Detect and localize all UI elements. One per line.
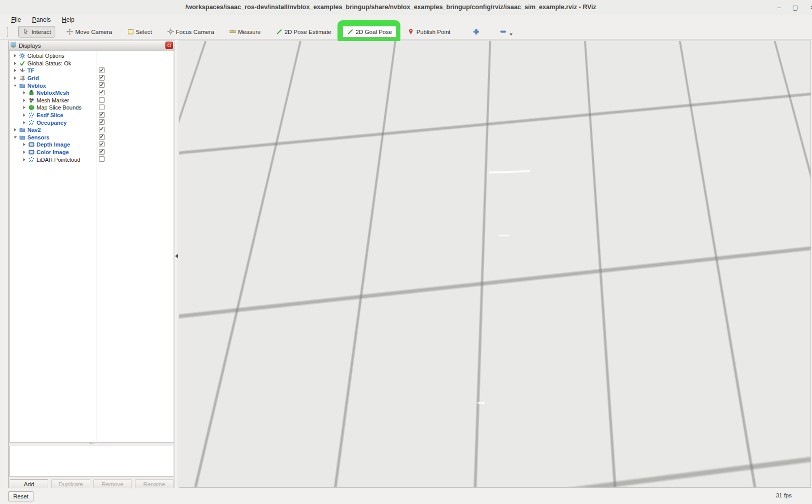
panel-collapse-handle[interactable] (175, 254, 178, 259)
folder-icon (19, 134, 26, 140)
display-row-nvbloxmesh[interactable]: NvbloxMesh (10, 89, 174, 97)
display-row-grid[interactable]: Grid (10, 75, 174, 82)
duplicate-display-button[interactable]: Duplicate (51, 479, 90, 489)
measure-tool-button[interactable]: Measure (225, 26, 265, 37)
display-row-global-options[interactable]: Global Options (10, 52, 174, 60)
window-title: /workspaces/isaac_ros-dev/install/nvblox… (0, 4, 782, 11)
displays-panel: Displays Global Options Global Status: O… (8, 41, 175, 488)
expand-arrow-icon[interactable] (13, 54, 18, 57)
mesh-box-icon (28, 90, 35, 96)
visibility-checkbox[interactable] (99, 104, 105, 110)
maximize-button[interactable]: ▢ (790, 3, 801, 12)
remove-tool-button[interactable] (496, 26, 517, 38)
expand-arrow-icon[interactable] (13, 128, 18, 131)
depth-image-panel-header[interactable]: Depth Image (626, 331, 784, 341)
publish-point-tool-button[interactable]: Publish Point (403, 26, 454, 37)
gear-icon (19, 53, 26, 59)
tf-axes-icon (19, 67, 26, 74)
goal-pose-highlight: 2D Goal Pose (343, 26, 397, 38)
title-bar[interactable]: /workspaces/isaac_ros-dev/install/nvblox… (0, 0, 812, 16)
focus-crosshair-icon (167, 28, 174, 35)
rviz-window: /workspaces/isaac_ros-dev/install/nvblox… (0, 0, 812, 504)
tool-dropdown-arrow-icon[interactable] (510, 33, 513, 35)
displays-monitor-icon (10, 42, 17, 49)
display-row-map-slice-bounds[interactable]: Map Slice Bounds (10, 104, 174, 112)
expand-arrow-icon[interactable] (13, 62, 18, 65)
focus-camera-tool-button[interactable]: Focus Camera (163, 26, 218, 37)
display-row-nvblox[interactable]: Nvblox (10, 82, 174, 89)
visibility-checkbox[interactable] (99, 75, 105, 81)
visibility-checkbox[interactable] (99, 112, 105, 118)
goal-pose-tool-button[interactable]: 2D Goal Pose (343, 26, 397, 38)
close-button[interactable]: ✕ (807, 3, 812, 12)
cube-icon (28, 104, 35, 111)
add-display-button[interactable]: Add (10, 479, 48, 489)
visibility-checkbox[interactable] (99, 82, 105, 88)
visibility-checkbox[interactable] (99, 127, 105, 132)
add-tool-button[interactable] (469, 26, 484, 37)
interact-tool-button[interactable]: Interact (18, 26, 55, 38)
expand-arrow-icon[interactable] (22, 143, 27, 146)
green-pose-arrow-icon (347, 28, 354, 35)
toolbar-grip[interactable] (7, 27, 10, 37)
visibility-checkbox[interactable] (99, 90, 105, 95)
select-tool-button[interactable]: Select (123, 26, 156, 37)
visibility-checkbox[interactable] (99, 156, 105, 162)
display-row-esdf-slice[interactable]: Esdf Slice (10, 112, 174, 119)
expand-arrow-icon[interactable] (22, 106, 27, 109)
expand-arrow-icon[interactable] (22, 121, 27, 124)
close-icon[interactable] (165, 42, 173, 49)
expand-arrow-icon[interactable] (22, 91, 27, 94)
visibility-checkbox[interactable] (99, 119, 105, 125)
remove-display-button[interactable]: Remove (93, 479, 132, 489)
pose-estimate-tool-button[interactable]: 2D Pose Estimate (272, 26, 335, 37)
display-row-global-status[interactable]: Global Status: Ok (10, 60, 174, 67)
green-pose-arrow-icon (276, 28, 283, 35)
measure-ruler-icon (229, 28, 236, 35)
reset-button[interactable]: Reset (8, 491, 33, 501)
color-image-panel: Color Image (626, 199, 785, 329)
visibility-checkbox[interactable] (99, 149, 105, 155)
add-tool-icon (473, 28, 480, 35)
display-row-occupancy[interactable]: Occupancy (10, 119, 174, 126)
image-icon (28, 149, 35, 155)
pointcloud-icon (28, 112, 35, 118)
menu-panels[interactable]: Panels (32, 16, 51, 23)
tool-bar: Interact Move Camera Select Focus Camera… (0, 24, 812, 40)
display-row-mesh-marker[interactable]: Mesh Marker (10, 97, 174, 104)
visibility-checkbox[interactable] (99, 141, 105, 147)
expand-arrow-icon[interactable] (22, 158, 27, 161)
displays-panel-header[interactable]: Displays (9, 41, 175, 50)
display-row-lidar-pointcloud[interactable]: LiDAR Pointcloud (10, 156, 174, 163)
visibility-checkbox[interactable] (99, 134, 105, 140)
display-row-depth-image[interactable]: Depth Image (10, 141, 174, 149)
expand-arrow-icon[interactable] (22, 151, 27, 154)
image-icon (28, 141, 35, 148)
rename-display-button[interactable]: Rename (135, 479, 174, 489)
display-row-nav2[interactable]: Nav2 (10, 126, 174, 134)
color-image-panel-header[interactable]: Color Image (626, 199, 784, 209)
visibility-checkbox[interactable] (99, 97, 105, 103)
expand-arrow-icon[interactable] (13, 69, 18, 72)
expand-arrow-icon[interactable] (22, 114, 27, 117)
minimize-button[interactable]: – (773, 3, 785, 12)
display-row-color-image[interactable]: Color Image (10, 149, 174, 156)
grid-icon (19, 75, 26, 81)
display-row-tf[interactable]: TF (10, 67, 174, 75)
expand-arrow-icon[interactable] (13, 77, 18, 80)
display-row-sensors[interactable]: Sensors (10, 134, 174, 141)
fps-counter: 31 fps (776, 492, 792, 498)
close-icon[interactable] (775, 332, 783, 340)
pointcloud-icon (28, 120, 35, 126)
expand-arrow-icon[interactable] (22, 99, 27, 102)
menu-help[interactable]: Help (62, 16, 75, 23)
image-icon (628, 201, 634, 208)
depth-image-panel-title: Depth Image (636, 333, 773, 339)
color-image-panel-title: Color Image (636, 201, 773, 207)
menu-file[interactable]: File (11, 16, 21, 23)
move-camera-tool-button[interactable]: Move Camera (62, 26, 116, 37)
visibility-checkbox[interactable] (99, 67, 105, 73)
collapse-arrow-icon[interactable] (13, 136, 18, 138)
close-icon[interactable] (775, 200, 783, 208)
collapse-arrow-icon[interactable] (13, 85, 18, 87)
